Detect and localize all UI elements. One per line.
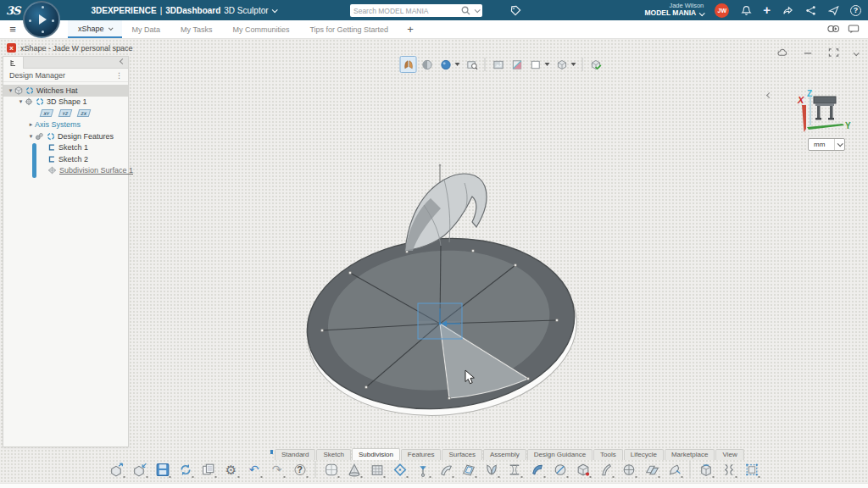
thicken-surface-icon[interactable] <box>528 460 547 479</box>
tree-node-root[interactable]: ▾ Witches Hat <box>3 85 128 97</box>
tab-chevron-icon[interactable] <box>108 25 113 30</box>
app-switch-chevron-icon[interactable] <box>271 7 277 13</box>
navigate-compare-icon[interactable] <box>400 56 417 73</box>
cage-edit-icon[interactable] <box>743 460 761 479</box>
offset-planes-icon[interactable] <box>643 460 661 479</box>
export-model-icon[interactable] <box>108 460 126 479</box>
update-check-icon[interactable] <box>587 56 604 73</box>
snapshot-icon[interactable] <box>490 56 507 73</box>
tree-label-subdivision-surface[interactable]: Subdivision Surface 1 <box>59 166 133 175</box>
expand-caret-icon[interactable]: ▾ <box>27 133 35 140</box>
tree-node-shape[interactable]: ▾ 3D Shape 1 <box>3 97 128 108</box>
media-play-icon[interactable] <box>827 22 839 37</box>
right-collapse-chevron-icon[interactable] <box>766 92 772 98</box>
3dplay-icon[interactable] <box>827 4 839 16</box>
flip-surface-icon[interactable] <box>482 460 501 479</box>
global-search[interactable] <box>350 4 482 17</box>
search-icon[interactable] <box>459 5 471 17</box>
help-icon[interactable]: ? <box>850 5 861 16</box>
zoom-capture-icon[interactable] <box>464 56 481 73</box>
tree-label-root[interactable]: Witches Hat <box>36 86 78 95</box>
split-sphere-icon[interactable] <box>551 460 570 479</box>
tree-label-design-features[interactable]: Design Features <box>58 132 114 141</box>
tree-node-design-features[interactable]: ▾ Design Features <box>3 130 128 142</box>
tab-my-data[interactable]: My Data <box>122 20 171 38</box>
subdivision-primitive-grid-icon[interactable] <box>368 460 387 479</box>
tenant-chevron-icon[interactable] <box>699 10 705 16</box>
user-menu[interactable]: Jade Wilson MODEL MANIA <box>644 3 704 18</box>
open-model-icon[interactable] <box>131 460 149 479</box>
help-icon[interactable]: ? <box>291 460 309 479</box>
tree-label-axis-systems[interactable]: Axis Systems <box>35 120 81 129</box>
workbench-tab-standard[interactable]: Standard <box>275 449 315 460</box>
tree-node-axis-systems[interactable]: ▸ Axis Systems <box>3 119 128 131</box>
render-style-icon[interactable] <box>437 56 454 73</box>
search-options-chevron-icon[interactable] <box>475 7 481 13</box>
move-element-icon[interactable] <box>391 460 409 479</box>
plane-zx-icon[interactable]: ZX <box>77 109 92 117</box>
workbench-tab-view[interactable]: View <box>715 449 743 460</box>
orientation-triad[interactable]: Z X Y <box>787 86 851 136</box>
view-orientation-dropdown-caret-icon[interactable] <box>571 63 576 66</box>
copy-paste-icon[interactable] <box>199 460 218 479</box>
tree-node-subdivision-surface[interactable]: Subdivision Surface 1 <box>3 165 128 177</box>
workbench-tab-assembly[interactable]: Assembly <box>483 449 526 460</box>
settings-icon[interactable]: ⚙ <box>222 460 241 479</box>
workbench-tab-marketplace[interactable]: Marketplace <box>665 449 715 460</box>
expand-caret-icon[interactable]: ▾ <box>17 98 25 105</box>
workbench-tab-lifecycle[interactable]: Lifecycle <box>624 449 664 460</box>
face-frame-icon[interactable] <box>459 460 478 479</box>
tree-node-sketch1[interactable]: Sketch 1 <box>3 142 128 154</box>
notifications-bell-icon[interactable] <box>740 4 752 16</box>
tree-label-shape[interactable]: 3D Shape 1 <box>47 97 87 106</box>
pinch-surface-icon[interactable] <box>720 460 738 479</box>
workbench-tab-tools[interactable]: Tools <box>593 449 623 460</box>
undo-icon[interactable]: ↶ <box>245 460 264 479</box>
render-style-dropdown-caret-icon[interactable] <box>455 63 460 66</box>
tab-my-tasks[interactable]: My Tasks <box>170 20 222 38</box>
workbench-tab-features[interactable]: Features <box>401 449 442 460</box>
avatar[interactable]: JW <box>715 3 729 18</box>
tag-icon[interactable] <box>509 4 521 16</box>
cloud-icon[interactable] <box>777 46 788 61</box>
plane-xy-icon[interactable]: XY <box>40 109 54 117</box>
bridge-faces-icon[interactable] <box>505 460 524 479</box>
section-view-icon[interactable] <box>509 56 526 73</box>
3dcompass[interactable] <box>23 1 60 38</box>
redo-icon[interactable]: ↷ <box>268 460 287 479</box>
3d-viewport[interactable]: x xShape - Jade W personal space Design … <box>0 39 868 488</box>
comments-icon[interactable] <box>848 22 860 37</box>
shaded-view-icon[interactable] <box>419 56 436 73</box>
tree-view-tab[interactable] <box>3 57 24 69</box>
workbench-tab-subdivision[interactable]: Subdivision <box>352 448 400 460</box>
selection-filter-icon[interactable] <box>527 56 544 73</box>
share-forward-icon[interactable] <box>782 4 793 16</box>
selection-filter-dropdown-caret-icon[interactable] <box>545 63 550 66</box>
bend-surface-icon[interactable] <box>437 460 455 479</box>
save-icon[interactable] <box>153 460 172 479</box>
workbench-tab-sketch[interactable]: Sketch <box>316 449 350 460</box>
minimize-icon[interactable] <box>803 46 814 61</box>
hamburger-menu-icon[interactable]: ≡ <box>0 20 25 38</box>
split-circle-icon[interactable] <box>620 460 638 479</box>
subdivision-primitive-cone-icon[interactable] <box>345 460 364 479</box>
subdivision-primitive-box-icon[interactable] <box>322 460 341 479</box>
panel-menu-dots-icon[interactable]: ⋮ <box>115 71 128 80</box>
tree-label-sketch2[interactable]: Sketch 2 <box>58 155 88 164</box>
sweep-surface-icon[interactable] <box>665 460 684 479</box>
share-network-icon[interactable] <box>804 4 816 16</box>
workbench-tab-design-guidance[interactable]: Design Guidance <box>527 449 593 460</box>
expand-caret-icon[interactable]: ▾ <box>7 87 14 94</box>
fullscreen-icon[interactable] <box>828 46 839 61</box>
sync-refresh-icon[interactable] <box>176 460 195 479</box>
curve-band-icon[interactable] <box>597 460 615 479</box>
workbench-tab-surfaces[interactable]: Surfaces <box>442 449 482 460</box>
search-input[interactable] <box>353 7 456 15</box>
tree-label-sketch1[interactable]: Sketch 1 <box>58 143 88 152</box>
shell-box-icon[interactable] <box>697 460 715 479</box>
tab-my-communities[interactable]: My Communities <box>222 20 299 38</box>
add-content-icon[interactable]: + <box>763 4 771 16</box>
add-tab-button[interactable]: + <box>398 20 422 38</box>
view-orientation-icon[interactable] <box>554 56 570 73</box>
tree-node-sketch2[interactable]: Sketch 2 <box>3 153 128 165</box>
